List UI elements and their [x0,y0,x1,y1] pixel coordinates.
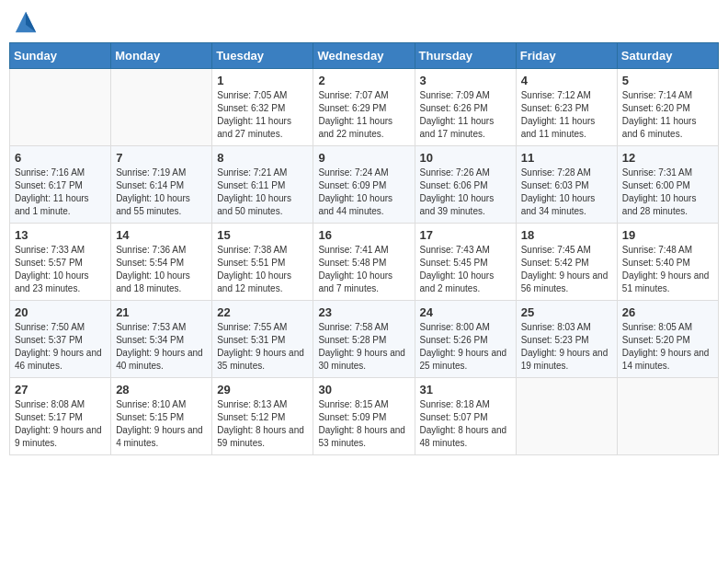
day-cell: 4Sunrise: 7:12 AMSunset: 6:23 PMDaylight… [516,69,617,146]
day-cell: 27Sunrise: 8:08 AMSunset: 5:17 PMDayligh… [10,378,111,455]
day-cell: 14Sunrise: 7:36 AMSunset: 5:54 PMDayligh… [111,224,212,301]
day-info: Sunrise: 7:53 AMSunset: 5:34 PMDaylight:… [116,321,207,373]
day-number: 3 [420,74,511,87]
weekday-header-monday: Monday [111,43,212,69]
day-info: Sunrise: 7:21 AMSunset: 6:11 PMDaylight:… [217,167,308,218]
weekday-header-friday: Friday [516,43,617,69]
day-number: 30 [318,383,409,396]
day-number: 15 [217,228,308,242]
day-cell: 5Sunrise: 7:14 AMSunset: 6:20 PMDaylight… [617,69,718,146]
day-number: 23 [318,305,409,319]
day-info: Sunrise: 7:26 AMSunset: 6:06 PMDaylight:… [420,167,511,218]
day-info: Sunrise: 7:24 AMSunset: 6:09 PMDaylight:… [318,167,409,218]
day-number: 10 [420,151,511,165]
day-number: 5 [622,74,713,87]
day-info: Sunrise: 8:10 AMSunset: 5:15 PMDaylight:… [116,398,207,450]
day-number: 9 [318,151,409,165]
day-cell [111,69,212,146]
day-info: Sunrise: 8:00 AMSunset: 5:26 PMDaylight:… [420,321,511,373]
day-number: 31 [420,383,511,396]
day-cell: 8Sunrise: 7:21 AMSunset: 6:11 PMDaylight… [212,146,313,224]
day-number: 12 [622,151,713,165]
day-info: Sunrise: 7:33 AMSunset: 5:57 PMDaylight:… [15,244,106,295]
day-info: Sunrise: 8:18 AMSunset: 5:07 PMDaylight:… [420,398,511,450]
day-info: Sunrise: 7:38 AMSunset: 5:51 PMDaylight:… [217,244,308,295]
day-cell: 6Sunrise: 7:16 AMSunset: 6:17 PMDaylight… [10,146,111,224]
day-cell: 28Sunrise: 8:10 AMSunset: 5:15 PMDayligh… [111,378,212,455]
weekday-header-saturday: Saturday [617,43,718,69]
day-number: 17 [420,228,511,242]
day-number: 6 [15,151,106,165]
day-cell: 9Sunrise: 7:24 AMSunset: 6:09 PMDaylight… [313,146,415,224]
day-number: 4 [521,74,612,87]
week-row-5: 27Sunrise: 8:08 AMSunset: 5:17 PMDayligh… [10,378,719,455]
day-info: Sunrise: 7:41 AMSunset: 5:48 PMDaylight:… [318,244,409,295]
day-cell: 15Sunrise: 7:38 AMSunset: 5:51 PMDayligh… [212,224,313,301]
day-number: 29 [217,383,308,396]
day-cell [617,378,718,455]
day-cell: 18Sunrise: 7:45 AMSunset: 5:42 PMDayligh… [516,224,617,301]
weekday-header-row: SundayMondayTuesdayWednesdayThursdayFrid… [10,43,719,69]
day-number: 13 [15,228,106,242]
day-info: Sunrise: 7:50 AMSunset: 5:37 PMDaylight:… [15,321,106,373]
day-cell: 25Sunrise: 8:03 AMSunset: 5:23 PMDayligh… [516,301,617,378]
day-cell: 22Sunrise: 7:55 AMSunset: 5:31 PMDayligh… [212,301,313,378]
day-cell: 2Sunrise: 7:07 AMSunset: 6:29 PMDaylight… [313,69,415,146]
day-cell: 23Sunrise: 7:58 AMSunset: 5:28 PMDayligh… [313,301,415,378]
day-cell [10,69,111,146]
day-cell: 12Sunrise: 7:31 AMSunset: 6:00 PMDayligh… [617,146,718,224]
weekday-header-wednesday: Wednesday [313,43,415,69]
day-cell: 30Sunrise: 8:15 AMSunset: 5:09 PMDayligh… [313,378,415,455]
day-cell: 19Sunrise: 7:48 AMSunset: 5:40 PMDayligh… [617,224,718,301]
day-number: 7 [116,151,207,165]
day-info: Sunrise: 7:36 AMSunset: 5:54 PMDaylight:… [116,244,207,295]
day-info: Sunrise: 7:55 AMSunset: 5:31 PMDaylight:… [217,321,308,373]
day-number: 1 [217,74,308,87]
day-cell: 31Sunrise: 8:18 AMSunset: 5:07 PMDayligh… [415,378,516,455]
day-cell: 20Sunrise: 7:50 AMSunset: 5:37 PMDayligh… [10,301,111,378]
day-info: Sunrise: 7:19 AMSunset: 6:14 PMDaylight:… [116,167,207,218]
day-number: 19 [622,228,713,242]
day-info: Sunrise: 7:28 AMSunset: 6:03 PMDaylight:… [521,167,612,218]
week-row-4: 20Sunrise: 7:50 AMSunset: 5:37 PMDayligh… [10,301,719,378]
day-info: Sunrise: 8:03 AMSunset: 5:23 PMDaylight:… [521,321,612,373]
day-cell: 26Sunrise: 8:05 AMSunset: 5:20 PMDayligh… [617,301,718,378]
day-number: 21 [116,305,207,319]
day-info: Sunrise: 7:48 AMSunset: 5:40 PMDaylight:… [622,244,713,295]
day-number: 25 [521,305,612,319]
day-cell: 11Sunrise: 7:28 AMSunset: 6:03 PMDayligh… [516,146,617,224]
day-cell: 3Sunrise: 7:09 AMSunset: 6:26 PMDaylight… [415,69,516,146]
day-info: Sunrise: 7:58 AMSunset: 5:28 PMDaylight:… [318,321,409,373]
week-row-3: 13Sunrise: 7:33 AMSunset: 5:57 PMDayligh… [10,224,719,301]
day-cell [516,378,617,455]
day-number: 16 [318,228,409,242]
day-info: Sunrise: 7:09 AMSunset: 6:26 PMDaylight:… [420,89,511,141]
day-cell: 7Sunrise: 7:19 AMSunset: 6:14 PMDaylight… [111,146,212,224]
day-info: Sunrise: 8:13 AMSunset: 5:12 PMDaylight:… [217,398,308,450]
header [9,9,719,35]
day-cell: 29Sunrise: 8:13 AMSunset: 5:12 PMDayligh… [212,378,313,455]
day-info: Sunrise: 7:07 AMSunset: 6:29 PMDaylight:… [318,89,409,141]
day-number: 14 [116,228,207,242]
day-number: 27 [15,383,106,396]
day-info: Sunrise: 8:15 AMSunset: 5:09 PMDaylight:… [318,398,409,450]
day-number: 11 [521,151,612,165]
day-cell: 17Sunrise: 7:43 AMSunset: 5:45 PMDayligh… [415,224,516,301]
day-info: Sunrise: 7:14 AMSunset: 6:20 PMDaylight:… [622,89,713,141]
week-row-1: 1Sunrise: 7:05 AMSunset: 6:32 PMDaylight… [10,69,719,146]
day-cell: 1Sunrise: 7:05 AMSunset: 6:32 PMDaylight… [212,69,313,146]
weekday-header-sunday: Sunday [10,43,111,69]
day-number: 20 [15,305,106,319]
day-number: 24 [420,305,511,319]
day-info: Sunrise: 7:16 AMSunset: 6:17 PMDaylight:… [15,167,106,218]
day-cell: 16Sunrise: 7:41 AMSunset: 5:48 PMDayligh… [313,224,415,301]
day-info: Sunrise: 7:43 AMSunset: 5:45 PMDaylight:… [420,244,511,295]
calendar-table: SundayMondayTuesdayWednesdayThursdayFrid… [9,42,719,455]
day-number: 2 [318,74,409,87]
day-info: Sunrise: 7:05 AMSunset: 6:32 PMDaylight:… [217,89,308,141]
day-number: 18 [521,228,612,242]
day-info: Sunrise: 8:05 AMSunset: 5:20 PMDaylight:… [622,321,713,373]
day-number: 28 [116,383,207,396]
day-info: Sunrise: 8:08 AMSunset: 5:17 PMDaylight:… [15,398,106,450]
day-number: 8 [217,151,308,165]
